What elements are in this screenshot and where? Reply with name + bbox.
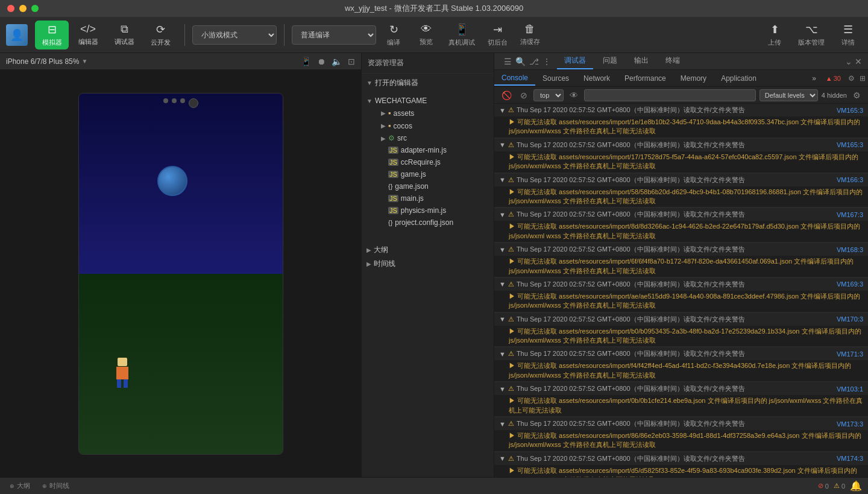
console-group-header-7[interactable]: ▼ Thu Sep 17 2020 02:57:52 GMT+0800（中国标准…	[494, 313, 868, 326]
context-select[interactable]: top	[533, 89, 564, 101]
console-group-header-9[interactable]: ▼ Thu Sep 17 2020 02:57:52 GMT+0800（中国标准…	[494, 382, 868, 395]
record-icon[interactable]: ⏺	[317, 57, 326, 66]
level-select[interactable]: Default levels	[760, 89, 818, 101]
performance-tab[interactable]: Performance	[617, 72, 673, 85]
maximize-button[interactable]	[31, 5, 39, 12]
project-header[interactable]: ▼ WECHATGAME	[362, 95, 494, 107]
console-filter-input[interactable]	[584, 89, 756, 101]
file-game-json[interactable]: {} game.json	[362, 180, 494, 192]
phone-icon[interactable]: 📱	[301, 57, 311, 66]
group-ref-7[interactable]: VM170:3	[837, 315, 863, 323]
timeline-section[interactable]: ⊕ 时间线	[39, 480, 73, 492]
group-ref-5[interactable]: VM168:3	[837, 246, 863, 253]
preview-button[interactable]: 👁 预览	[411, 21, 441, 49]
file-game-js[interactable]: JS game.js	[362, 168, 494, 180]
tab-output[interactable]: 输出	[627, 53, 656, 69]
file-main-js[interactable]: JS main.js	[362, 192, 494, 204]
real-debug-button[interactable]: 📱 真机调试	[444, 21, 480, 49]
bell-icon[interactable]: 🔔	[850, 480, 862, 492]
file-ccrequire-js[interactable]: JS ccRequire.js	[362, 156, 494, 168]
tab-terminal[interactable]: 终端	[658, 53, 687, 69]
tab-close-area: ⌄ ✕	[845, 57, 862, 66]
device-name: iPhone 6/7/8 Plus 85%	[6, 57, 79, 66]
src-folder[interactable]: ▶ ⚙ src	[362, 132, 494, 144]
collapse-icon[interactable]: ⌄	[845, 57, 852, 66]
console-settings-icon[interactable]: ⚙	[846, 74, 857, 83]
simulator-button[interactable]: ⊟ 模拟器	[35, 21, 69, 49]
minimize-button[interactable]	[19, 5, 27, 12]
console-group-header-6[interactable]: ▼ Thu Sep 17 2020 02:57:52 GMT+0800（中国标准…	[494, 278, 868, 291]
console-expand-icon[interactable]: ⊞	[857, 74, 868, 83]
group-ref-8[interactable]: VM171:3	[837, 350, 863, 358]
group-ref-4[interactable]: VM167:3	[837, 211, 863, 218]
file-project-config-json[interactable]: {} project.config.json	[362, 217, 494, 229]
translate-button[interactable]: ↻ 编译	[379, 21, 409, 49]
network-tab[interactable]: Network	[576, 72, 617, 85]
outline-header[interactable]: ▶ 大纲	[362, 243, 494, 257]
tab-debugger[interactable]: 调试器	[557, 53, 593, 69]
console-group-header-4[interactable]: ▼ Thu Sep 17 2020 02:57:52 GMT+0800（中国标准…	[494, 208, 868, 221]
tab-issues[interactable]: 问题	[596, 53, 624, 69]
open-editors-header[interactable]: ▼ 打开的编辑器	[362, 76, 494, 90]
console-group-header-8[interactable]: ▼ Thu Sep 17 2020 02:57:52 GMT+0800（中国标准…	[494, 347, 868, 360]
application-tab[interactable]: Application	[714, 72, 764, 85]
console-group-header-11[interactable]: ▼ Thu Sep 17 2020 02:57:52 GMT+0800（中国标准…	[494, 452, 868, 465]
device-selector[interactable]: iPhone 6/7/8 Plus 85% ▼	[6, 57, 87, 66]
upload-button[interactable]: ⬆ 上传	[761, 21, 788, 49]
cloud-button[interactable]: ⟳ 云开发	[143, 21, 177, 49]
game-background	[79, 93, 283, 454]
console-group-header-10[interactable]: ▼ Thu Sep 17 2020 02:57:52 GMT+0800（中国标准…	[494, 417, 868, 430]
sources-tab[interactable]: Sources	[535, 72, 576, 85]
group-ref-3[interactable]: VM166:3	[837, 176, 863, 183]
version-mgr-button[interactable]: ⌥ 版本管理	[791, 21, 832, 49]
console-tab[interactable]: Console	[494, 71, 535, 86]
console-messages[interactable]: ▼ Thu Sep 17 2020 02:57:52 GMT+0800（中国标准…	[494, 104, 868, 477]
compile-select[interactable]: 普通编译	[292, 25, 376, 45]
error-count-badge[interactable]: ▲ 30	[821, 72, 846, 84]
group-ref-6[interactable]: VM169:3	[837, 280, 863, 288]
debugger-button[interactable]: ⧉ 调试器	[107, 21, 141, 49]
group-timestamp-2: Thu Sep 17 2020 02:57:52 GMT+0800（中国标准时间…	[517, 141, 745, 150]
clear-console-icon[interactable]: 🚫	[499, 89, 514, 101]
console-group-header-1[interactable]: ▼ Thu Sep 17 2020 02:57:52 GMT+0800（中国标准…	[494, 104, 868, 116]
memory-tab[interactable]: Memory	[673, 72, 714, 85]
settings-icon[interactable]: ⚙	[851, 89, 863, 101]
stop-icon[interactable]: ⊘	[518, 89, 530, 101]
file-adapter-min-js[interactable]: JS adapter-min.js	[362, 144, 494, 156]
editor-button[interactable]: </> 编辑器	[71, 21, 105, 49]
switch-bg-button[interactable]: ⇥ 切后台	[482, 21, 512, 49]
group-ref-11[interactable]: VM174:3	[837, 455, 863, 462]
eye-icon[interactable]: 👁	[567, 89, 580, 101]
player-leg-right	[124, 379, 128, 388]
file-physics-min-js[interactable]: JS physics-min.js	[362, 204, 494, 217]
git-icon[interactable]: ⎇	[529, 57, 539, 66]
group-ref-9[interactable]: VM103:1	[837, 385, 863, 393]
more-icon[interactable]: ⋮	[542, 57, 551, 66]
layout-icon[interactable]: ⊡	[348, 57, 355, 66]
group-ref-10[interactable]: VM173:3	[837, 420, 863, 428]
clear-cache-button[interactable]: 🗑 清缓存	[515, 21, 545, 49]
open-editors-label: 打开的编辑器	[375, 78, 418, 88]
audio-icon[interactable]: 🔈	[332, 57, 342, 66]
more-tabs-button[interactable]: »	[807, 72, 821, 85]
outline-section[interactable]: ⊕ 大纲	[6, 480, 34, 492]
list-icon[interactable]: ☰	[504, 57, 512, 66]
phone-record-btn	[189, 98, 198, 108]
timeline-header[interactable]: ▶ 时间线	[362, 257, 494, 271]
close-panel-icon[interactable]: ✕	[855, 57, 862, 66]
console-group-header-2[interactable]: ▼ Thu Sep 17 2020 02:57:52 GMT+0800（中国标准…	[494, 139, 868, 151]
group-ref-1[interactable]: VM165:3	[837, 107, 863, 114]
editor-icon: </>	[80, 23, 96, 36]
project-section: ▼ WECHATGAME ▶ ▪ assets ▶ ▪ cocos ▶ ⚙ sr…	[362, 92, 494, 231]
search-icon[interactable]: 🔍	[515, 57, 526, 66]
details-button[interactable]: ☰ 详情	[834, 21, 862, 49]
warn-icon-2	[508, 141, 514, 149]
cocos-folder[interactable]: ▶ ▪ cocos	[362, 119, 494, 132]
mode-select[interactable]: 小游戏模式	[192, 25, 277, 45]
group-ref-2[interactable]: VM165:3	[837, 141, 863, 148]
assets-folder[interactable]: ▶ ▪ assets	[362, 107, 494, 119]
window-controls	[7, 5, 39, 12]
console-group-header-3[interactable]: ▼ Thu Sep 17 2020 02:57:52 GMT+0800（中国标准…	[494, 174, 868, 186]
console-group-header-5[interactable]: ▼ Thu Sep 17 2020 02:57:52 GMT+0800（中国标准…	[494, 243, 868, 256]
close-button[interactable]	[7, 5, 14, 12]
